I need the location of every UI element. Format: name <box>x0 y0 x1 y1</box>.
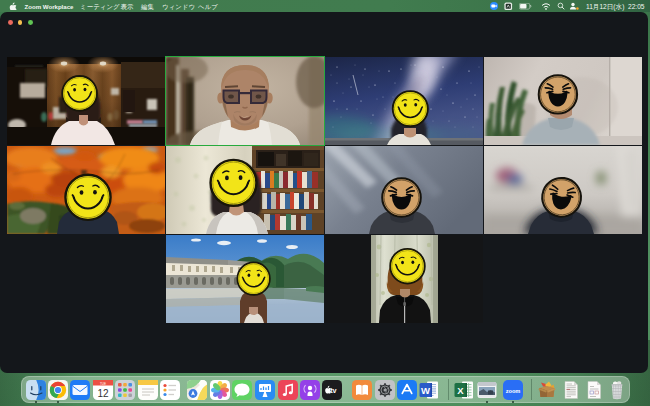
svg-text:W: W <box>421 384 430 395</box>
svg-text:zoom: zoom <box>505 387 520 393</box>
svg-text:TUE: TUE <box>100 381 106 385</box>
svg-text:12: 12 <box>97 387 109 398</box>
svg-text:tv: tv <box>330 386 336 395</box>
svg-text:X: X <box>457 384 464 395</box>
